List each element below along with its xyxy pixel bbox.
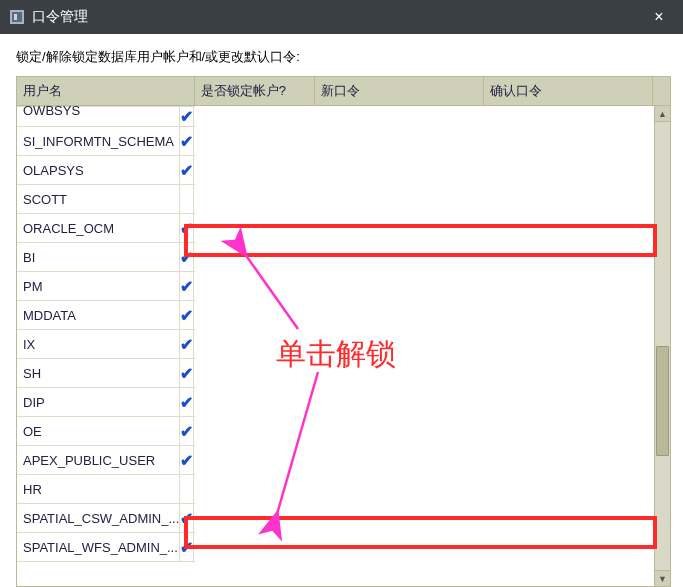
lock-cell[interactable]: ✔ — [180, 359, 194, 388]
lock-cell[interactable]: ✔ — [180, 504, 194, 533]
table-row[interactable]: SH✔ — [17, 359, 195, 388]
check-icon: ✔ — [180, 509, 193, 528]
table-row[interactable]: MDDATA✔ — [17, 301, 195, 330]
user-cell: PM — [17, 279, 179, 294]
table-row[interactable]: HR************ — [17, 475, 195, 504]
lock-cell[interactable]: ✔ — [180, 272, 194, 301]
close-icon[interactable]: × — [643, 0, 675, 34]
user-cell: HR — [17, 482, 179, 497]
lock-cell[interactable]: ✔ — [180, 127, 194, 156]
user-cell: BI — [17, 250, 179, 265]
app-icon — [8, 8, 26, 26]
lock-cell[interactable] — [180, 475, 194, 504]
svg-rect-2 — [14, 14, 17, 20]
table-row[interactable]: PM✔ — [17, 272, 195, 301]
vertical-scrollbar[interactable]: ▲ ▼ — [654, 106, 670, 586]
lock-cell[interactable]: ✔ — [180, 446, 194, 475]
table-row[interactable]: SCOTT************ — [17, 185, 195, 214]
user-cell: OLAPSYS — [17, 163, 179, 178]
window-title: 口令管理 — [32, 8, 643, 26]
lock-cell[interactable]: ✔ — [180, 156, 194, 185]
col-header-scroll — [653, 77, 670, 106]
password-management-window: 口令管理 × 锁定/解除锁定数据库用户帐户和/或更改默认口令: 用户名 是否锁定… — [0, 0, 683, 587]
lock-cell[interactable] — [180, 185, 194, 214]
user-cell: SPATIAL_WFS_ADMIN_... — [17, 540, 179, 555]
check-icon: ✔ — [180, 277, 193, 296]
check-icon: ✔ — [180, 306, 193, 325]
table-row[interactable]: SPATIAL_WFS_ADMIN_...✔ — [17, 533, 195, 562]
table-row[interactable]: SI_INFORMTN_SCHEMA✔ — [17, 127, 195, 156]
check-icon: ✔ — [180, 219, 193, 238]
lock-cell[interactable]: ✔ — [180, 330, 194, 359]
lock-cell[interactable]: ✔ — [180, 301, 194, 330]
lock-cell[interactable]: ✔ — [180, 388, 194, 417]
check-icon: ✔ — [180, 451, 193, 470]
user-cell: SH — [17, 366, 179, 381]
lock-cell[interactable]: ✔ — [180, 243, 194, 272]
check-icon: ✔ — [180, 364, 193, 383]
col-header-user[interactable]: 用户名 — [17, 77, 194, 106]
scroll-thumb[interactable] — [656, 346, 669, 456]
user-cell: SI_INFORMTN_SCHEMA — [17, 134, 179, 149]
user-cell: APEX_PUBLIC_USER — [17, 453, 179, 468]
table-row[interactable]: ORACLE_OCM✔ — [17, 214, 195, 243]
scroll-down-icon[interactable]: ▼ — [655, 570, 670, 586]
titlebar: 口令管理 × — [0, 0, 683, 34]
user-cell: MDDATA — [17, 308, 179, 323]
user-cell: OWBSYS — [17, 106, 179, 118]
content-area: 锁定/解除锁定数据库用户帐户和/或更改默认口令: 用户名 是否锁定帐户? 新口令… — [0, 34, 683, 587]
accounts-grid: 用户名 是否锁定帐户? 新口令 确认口令 OWBSYS✔SI_INFORMTN_… — [16, 76, 671, 587]
check-icon: ✔ — [180, 132, 193, 151]
table-row[interactable]: OE✔ — [17, 417, 195, 446]
instruction-text: 锁定/解除锁定数据库用户帐户和/或更改默认口令: — [16, 48, 671, 66]
table-row[interactable]: IX✔ — [17, 330, 195, 359]
table-row[interactable]: BI✔ — [17, 243, 195, 272]
table-row[interactable]: SPATIAL_CSW_ADMIN_...✔ — [17, 504, 195, 533]
table-body: OWBSYS✔SI_INFORMTN_SCHEMA✔OLAPSYS✔SCOTT*… — [17, 106, 654, 586]
col-header-newpwd[interactable]: 新口令 — [314, 77, 483, 106]
col-header-lock[interactable]: 是否锁定帐户? — [194, 77, 314, 106]
check-icon: ✔ — [180, 393, 193, 412]
check-icon: ✔ — [180, 422, 193, 441]
table-row[interactable]: OLAPSYS✔ — [17, 156, 195, 185]
table-row[interactable]: DIP✔ — [17, 388, 195, 417]
check-icon: ✔ — [180, 335, 193, 354]
user-cell: OE — [17, 424, 179, 439]
user-cell: SPATIAL_CSW_ADMIN_... — [17, 511, 179, 526]
check-icon: ✔ — [180, 538, 193, 557]
table-header-row: 用户名 是否锁定帐户? 新口令 确认口令 — [17, 77, 670, 106]
lock-cell[interactable]: ✔ — [180, 533, 194, 562]
check-icon: ✔ — [180, 107, 193, 126]
table-row[interactable]: APEX_PUBLIC_USER✔ — [17, 446, 195, 475]
lock-cell[interactable]: ✔ — [180, 214, 194, 243]
user-cell: SCOTT — [17, 192, 179, 207]
check-icon: ✔ — [180, 161, 193, 180]
user-cell: ORACLE_OCM — [17, 221, 179, 236]
lock-cell[interactable]: ✔ — [180, 417, 194, 446]
check-icon: ✔ — [180, 248, 193, 267]
table-row[interactable]: OWBSYS✔ — [17, 107, 195, 127]
user-cell: DIP — [17, 395, 179, 410]
user-cell: IX — [17, 337, 179, 352]
scroll-up-icon[interactable]: ▲ — [655, 106, 670, 122]
lock-cell[interactable]: ✔ — [180, 107, 194, 127]
col-header-confpwd[interactable]: 确认口令 — [484, 77, 653, 106]
